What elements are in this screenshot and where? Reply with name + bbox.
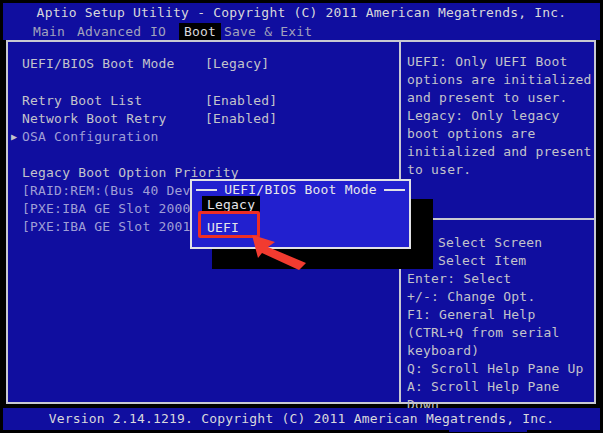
legend-enter-select: Enter: Select	[407, 270, 599, 288]
tab-boot-active[interactable]: Boot	[179, 23, 221, 41]
boot-entry-raid[interactable]: [RAID:REM:(Bus 40 Dev	[22, 182, 191, 200]
legend-scroll-up: Q: Scroll Help Pane Up	[407, 360, 599, 378]
legend-change-opt: +/-: Change Opt.	[407, 288, 599, 306]
submenu-osa-configuration[interactable]: OSA Configuration	[22, 128, 158, 146]
option-uefi-bios-boot-mode-value[interactable]: [Legacy]	[205, 55, 269, 73]
option-retry-boot-list-label[interactable]: Retry Boot List	[22, 92, 142, 110]
app-title: Aptio Setup Utility - Copyright (C) 2011…	[3, 4, 600, 22]
legend-general-help: F1: General Help	[407, 306, 599, 324]
tab-advanced[interactable]: Advanced	[77, 23, 141, 41]
legend-ctrl-q-note: (CTRL+Q from serial	[407, 324, 599, 342]
popup-title-dash	[196, 189, 217, 191]
legend-select-screen: Select Screen	[438, 234, 599, 252]
key-legend: Select Screen Select Item Enter: Select …	[407, 234, 599, 432]
option-network-boot-retry-value[interactable]: [Enabled]	[205, 110, 277, 128]
annotation-arrow-icon	[246, 230, 310, 270]
help-line: UEFI: Only UEFI Boot	[407, 53, 595, 71]
boot-entry-pxe-2000[interactable]: [PXE:IBA GE Slot 2000	[22, 200, 191, 218]
tab-main[interactable]: Main	[33, 23, 65, 41]
help-line: options are initialized	[407, 71, 595, 89]
boot-entry-pxe-2001[interactable]: [PXE:IBA GE Slot 2001	[22, 218, 191, 236]
legend-keyboard-note: keyboard)	[407, 342, 599, 360]
tab-io[interactable]: IO	[150, 23, 166, 41]
popup-title-dash	[384, 189, 405, 191]
option-network-boot-retry-label[interactable]: Network Boot Retry	[22, 110, 166, 128]
help-line: to user.	[407, 161, 595, 179]
help-pane: UEFI: Only UEFI Boot options are initial…	[407, 53, 595, 179]
help-line: Legacy: Only legacy	[407, 107, 595, 125]
legend-select-item: Select Item	[438, 252, 599, 270]
version-bar: Version 2.14.1219. Copyright (C) 2011 Am…	[3, 408, 600, 430]
help-line: and present to user.	[407, 89, 595, 107]
title-menu-bar: Aptio Setup Utility - Copyright (C) 2011…	[3, 3, 600, 40]
bios-setup-screen: Aptio Setup Utility - Copyright (C) 2011…	[0, 0, 603, 433]
help-line: boot options are	[407, 125, 595, 143]
submenu-arrow-icon: ▶	[11, 128, 17, 146]
help-line: initialized and present	[407, 143, 595, 161]
option-retry-boot-list-value[interactable]: [Enabled]	[205, 92, 277, 110]
option-uefi-bios-boot-mode-label[interactable]: UEFI/BIOS Boot Mode	[22, 55, 175, 73]
tab-save-exit[interactable]: Save & Exit	[224, 23, 312, 41]
